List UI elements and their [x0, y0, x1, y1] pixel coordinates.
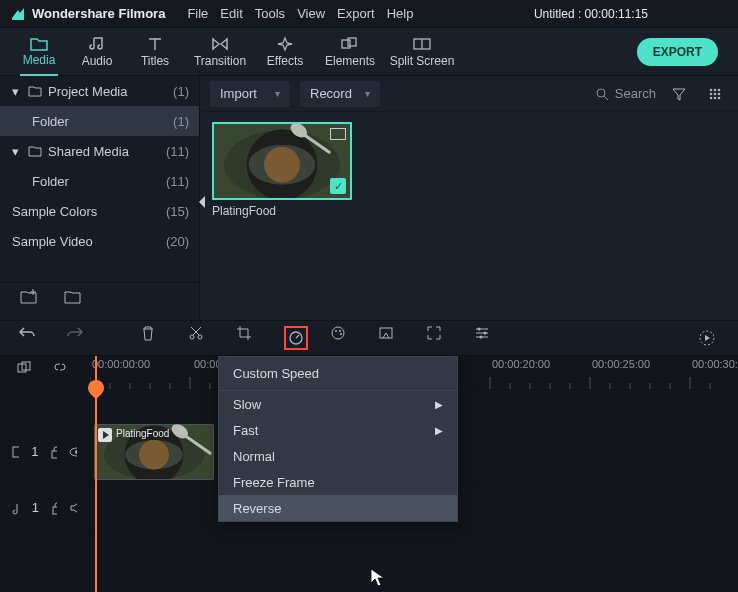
link-off-icon[interactable]	[52, 360, 74, 386]
chevron-right-icon: ▶	[435, 425, 443, 436]
color-icon[interactable]	[330, 325, 356, 351]
lock-icon[interactable]	[50, 445, 56, 459]
speedometer-icon	[288, 330, 304, 346]
svg-point-11	[714, 96, 717, 99]
chevron-down-icon: ▾	[275, 88, 280, 99]
eye-icon[interactable]	[69, 446, 77, 458]
sidebar-count: (11)	[166, 174, 189, 189]
text-icon	[146, 36, 164, 52]
tab-effects-label: Effects	[267, 54, 303, 68]
media-grid: ✓ PlatingFood	[200, 112, 738, 228]
sidebar-count: (20)	[166, 234, 189, 249]
sidebar-count: (1)	[173, 114, 189, 129]
menu-tools[interactable]: Tools	[255, 6, 285, 21]
tab-media[interactable]: Media	[10, 28, 68, 76]
sparkle-icon	[276, 36, 294, 52]
sidebar-item-sample-colors[interactable]: Sample Colors (15)	[0, 196, 199, 226]
sidebar-group-shared-media[interactable]: ▾ Shared Media (11)	[0, 136, 199, 166]
menu-custom-speed[interactable]: Custom Speed	[219, 357, 457, 391]
timeline-right[interactable]: 00:00:00:00 00:00:05:00 00:00:20:00 00:0…	[90, 356, 738, 592]
green-screen-icon[interactable]	[378, 325, 404, 351]
clip-type-icon	[330, 128, 346, 140]
grid-view-icon[interactable]	[702, 81, 728, 107]
tab-elements[interactable]: Elements	[314, 28, 386, 76]
shapes-icon	[340, 36, 360, 52]
menu-export[interactable]: Export	[337, 6, 375, 21]
menu-edit[interactable]: Edit	[220, 6, 242, 21]
timeline-left-tools	[0, 356, 89, 390]
playhead[interactable]	[95, 356, 97, 592]
search-placeholder: Search	[615, 86, 656, 101]
menu-label: Reverse	[233, 501, 281, 516]
tab-effects[interactable]: Effects	[256, 28, 314, 76]
menu-fast[interactable]: Fast▶	[219, 417, 457, 443]
record-label: Record	[310, 86, 352, 101]
svg-point-8	[714, 92, 717, 95]
sidebar-item-folder-shared[interactable]: Folder (11)	[0, 166, 199, 196]
new-folder-icon[interactable]	[64, 289, 90, 315]
speaker-icon[interactable]	[69, 501, 77, 515]
menu-freeze-frame[interactable]: Freeze Frame	[219, 469, 457, 495]
tab-splitscreen[interactable]: Split Screen	[386, 28, 458, 76]
render-icon[interactable]	[694, 325, 720, 351]
timeline-clip-name: PlatingFood	[116, 428, 169, 439]
sidebar-item-sample-video[interactable]: Sample Video (20)	[0, 226, 199, 256]
undo-icon[interactable]	[18, 325, 44, 351]
sidebar-item-folder-project[interactable]: Folder (1)	[0, 106, 199, 136]
delete-icon[interactable]	[140, 325, 166, 351]
media-clip[interactable]: ✓ PlatingFood	[212, 122, 352, 218]
tab-titles[interactable]: Titles	[126, 28, 184, 76]
import-dropdown[interactable]: Import▾	[210, 81, 290, 107]
chevron-right-icon: ▶	[435, 399, 443, 410]
audio-track-icon	[12, 501, 20, 515]
menu-normal[interactable]: Normal	[219, 443, 457, 469]
speed-button[interactable]	[284, 326, 308, 350]
redo-icon[interactable]	[66, 325, 92, 351]
svg-point-13	[190, 335, 194, 339]
crop-icon[interactable]	[236, 325, 262, 351]
svg-rect-0	[342, 40, 350, 48]
chevron-down-icon: ▾	[365, 88, 370, 99]
timeline-clip[interactable]: PlatingFood	[94, 424, 214, 480]
overlap-icon[interactable]	[16, 360, 38, 386]
menu-help[interactable]: Help	[387, 6, 414, 21]
record-dropdown[interactable]: Record▾	[300, 81, 380, 107]
clip-name: PlatingFood	[212, 204, 352, 218]
svg-point-18	[339, 330, 341, 332]
tab-splitscreen-label: Split Screen	[390, 54, 455, 68]
menu-view[interactable]: View	[297, 6, 325, 21]
video-track-head: 1	[0, 420, 89, 484]
speed-menu: Custom Speed Slow▶ Fast▶ Normal Freeze F…	[218, 356, 458, 522]
filter-icon[interactable]	[666, 81, 692, 107]
lock-icon[interactable]	[51, 501, 58, 515]
svg-point-23	[480, 336, 483, 339]
cursor-icon	[370, 568, 386, 588]
track-number: 1	[31, 444, 38, 459]
project-title: Untitled : 00:00:11:15	[534, 7, 648, 21]
app-logo-icon	[10, 6, 26, 22]
brand: Wondershare Filmora	[10, 6, 165, 22]
svg-point-22	[484, 332, 487, 335]
timeline: 1 1 00:00:00:00 00:00:05:00 00:00:20:00 …	[0, 356, 738, 592]
brand-name: Wondershare Filmora	[32, 6, 165, 21]
tab-bar: Media Audio Titles Transition Effects El…	[0, 28, 738, 76]
sidebar-group-project-media[interactable]: ▾ Project Media (1)	[0, 76, 199, 106]
menu-file[interactable]: File	[187, 6, 208, 21]
new-folder-plus-icon[interactable]	[20, 289, 46, 315]
tab-transition[interactable]: Transition	[184, 28, 256, 76]
svg-point-5	[714, 88, 717, 91]
export-button[interactable]: EXPORT	[637, 38, 718, 66]
svg-point-30	[75, 450, 77, 454]
video-track-icon	[12, 446, 19, 458]
cut-icon[interactable]	[188, 325, 214, 351]
sidebar-label: Folder	[32, 174, 69, 189]
svg-point-14	[198, 335, 202, 339]
tab-elements-label: Elements	[325, 54, 375, 68]
expand-icon[interactable]	[426, 325, 452, 351]
menu-reverse[interactable]: Reverse	[219, 495, 457, 521]
menu-slow[interactable]: Slow▶	[219, 391, 457, 417]
collapse-handle-icon[interactable]	[199, 196, 205, 208]
sliders-icon[interactable]	[474, 325, 500, 351]
search-box[interactable]: Search	[595, 86, 656, 101]
tab-audio[interactable]: Audio	[68, 28, 126, 76]
